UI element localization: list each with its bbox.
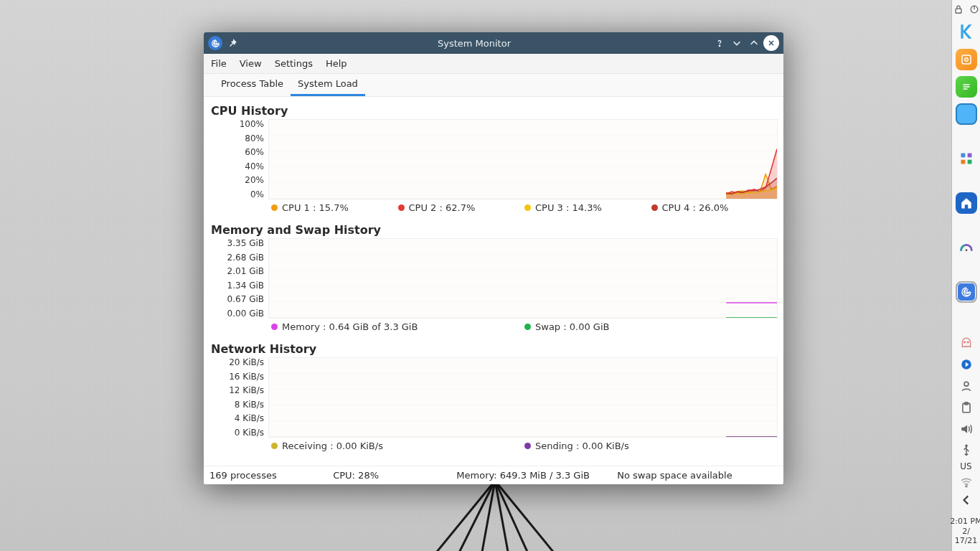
window-title: System Monitor: [238, 38, 710, 49]
grid-icon[interactable]: [956, 148, 977, 169]
svg-rect-3: [962, 55, 971, 64]
cpu-legend: CPU 1 : 15.7% CPU 2 : 62.7% CPU 3 : 14.3…: [271, 199, 778, 219]
svg-rect-8: [967, 160, 971, 164]
status-processes: 169 processes: [209, 470, 333, 481]
cpu-chart: [268, 119, 778, 199]
menu-file[interactable]: File: [211, 58, 227, 69]
usb-icon[interactable]: [960, 444, 973, 457]
titlebar[interactable]: System Monitor: [204, 32, 783, 54]
cpu-title: CPU History: [211, 104, 778, 118]
svg-rect-6: [967, 154, 971, 158]
network-yaxis: 20 KiB/s 16 KiB/s 12 KiB/s 8 KiB/s 4 KiB…: [211, 357, 268, 438]
menubar: File View Settings Help: [204, 54, 783, 74]
content-area: CPU History 100% 80% 60% 40% 20% 0% CPU …: [204, 97, 783, 466]
task-icon-1[interactable]: [956, 49, 977, 70]
help-icon[interactable]: [712, 35, 727, 51]
tabbar: Process Table System Load: [204, 74, 783, 97]
section-network: Network History 20 KiB/s 16 KiB/s 12 KiB…: [211, 342, 778, 457]
menu-help[interactable]: Help: [326, 58, 347, 69]
memory-yaxis: 3.35 GiB 2.68 GiB 2.01 GiB 1.34 GiB 0.67…: [211, 238, 268, 319]
wifi-icon[interactable]: [960, 476, 973, 491]
status-swap: No swap space available: [617, 470, 778, 481]
network-title: Network History: [211, 342, 778, 356]
network-chart: [268, 357, 778, 438]
memory-title: Memory and Swap History: [211, 223, 778, 237]
system-monitor-task-icon[interactable]: [956, 281, 977, 303]
close-icon[interactable]: [763, 35, 779, 51]
home-icon[interactable]: [956, 192, 977, 214]
section-cpu: CPU History 100% 80% 60% 40% 20% 0% CPU …: [211, 104, 778, 219]
svg-point-16: [965, 446, 966, 447]
minimize-icon[interactable]: [729, 35, 745, 51]
clock-time: 2:01 PM: [950, 517, 980, 526]
svg-point-9: [965, 249, 967, 251]
tab-process-table[interactable]: Process Table: [214, 74, 291, 96]
clipboard-icon[interactable]: [960, 401, 973, 414]
clock[interactable]: 2:01 PM 2/ 17/21: [950, 517, 980, 545]
system-panel: US 2:01 PM 2/ 17/21: [951, 0, 980, 551]
panel-expand-icon[interactable]: [960, 494, 973, 509]
svg-point-4: [964, 58, 968, 62]
network-legend: Receiving : 0.00 KiB/s Sending : 0.00 Ki…: [271, 438, 778, 457]
clock-date-2: 17/21: [950, 536, 980, 545]
svg-point-13: [964, 382, 969, 387]
user-icon[interactable]: [960, 380, 973, 392]
kaos-logo-icon[interactable]: [957, 22, 976, 43]
svg-rect-5: [961, 154, 965, 158]
cpu-yaxis: 100% 80% 60% 40% 20% 0%: [211, 119, 268, 199]
svg-point-10: [963, 342, 965, 343]
ghost-icon[interactable]: [960, 336, 973, 349]
section-memory: Memory and Swap History 3.35 GiB 2.68 Gi…: [211, 223, 778, 338]
power-icon[interactable]: [969, 4, 979, 17]
svg-rect-7: [961, 160, 965, 164]
status-memory: Memory: 649.3 MiB / 3.3 GiB: [456, 470, 617, 481]
menu-view[interactable]: View: [240, 58, 262, 69]
svg-point-17: [965, 486, 966, 487]
memory-legend: Memory : 0.64 GiB of 3.3 GiB Swap : 0.00…: [271, 319, 778, 338]
app-icon: [208, 36, 222, 50]
clock-date-1: 2/: [950, 527, 980, 536]
memory-chart: [268, 238, 778, 319]
blue-dot-icon[interactable]: [960, 358, 973, 371]
svg-point-18: [719, 45, 720, 46]
lock-icon[interactable]: [953, 4, 963, 17]
status-cpu: CPU: 28%: [333, 470, 456, 481]
statusbar: 169 processes CPU: 28% Memory: 649.3 MiB…: [204, 466, 783, 484]
task-icon-active[interactable]: [956, 103, 977, 125]
keyboard-locale[interactable]: US: [960, 461, 971, 471]
volume-icon[interactable]: [960, 423, 973, 435]
menu-settings[interactable]: Settings: [275, 58, 313, 69]
task-icon-2[interactable]: [956, 76, 977, 98]
pin-icon[interactable]: [227, 37, 238, 49]
maximize-icon[interactable]: [746, 35, 762, 51]
svg-point-11: [967, 342, 969, 343]
system-monitor-window: System Monitor File View Settings Help P…: [204, 32, 783, 484]
tab-system-load[interactable]: System Load: [291, 74, 365, 96]
svg-rect-0: [956, 9, 961, 13]
gauge-icon[interactable]: [956, 237, 977, 258]
